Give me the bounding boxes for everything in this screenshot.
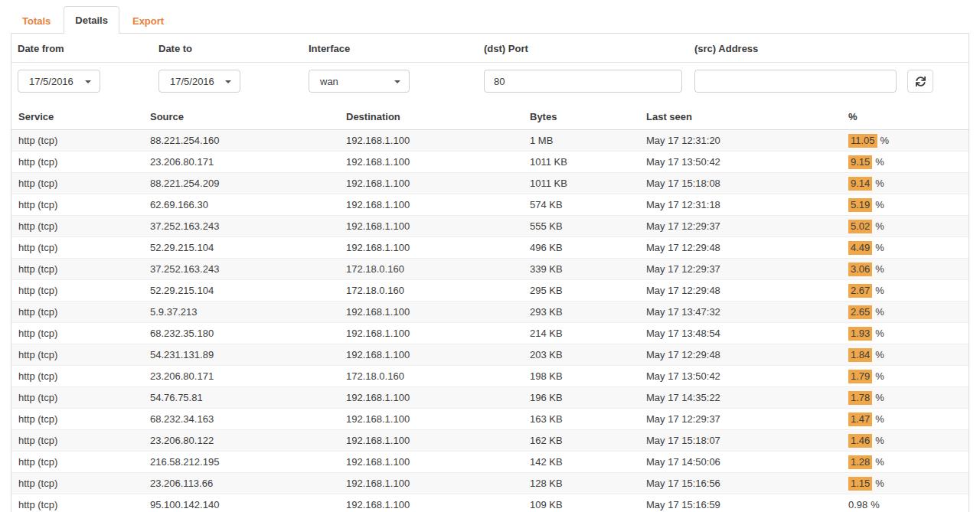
percent-value: 5.19 — [848, 198, 872, 212]
cell-last-seen: May 17 15:16:56 — [639, 478, 841, 489]
cell-percent: 9.15% — [841, 157, 969, 168]
cell-bytes: 198 KB — [523, 371, 639, 382]
src-address-input[interactable] — [694, 70, 897, 93]
cell-source: 23.206.80.171 — [143, 371, 339, 382]
dst-port-input[interactable] — [484, 70, 682, 93]
tab-export[interactable]: Export — [121, 7, 175, 34]
cell-percent: 1.47% — [841, 414, 969, 425]
cell-source: 54.231.131.89 — [143, 350, 339, 360]
table-row: http (tcp) 37.252.163.243 172.18.0.160 3… — [11, 259, 969, 280]
cell-service: http (tcp) — [11, 500, 143, 510]
cell-last-seen: May 17 13:48:54 — [639, 328, 841, 339]
cell-destination: 192.168.1.100 — [339, 350, 523, 360]
cell-service: http (tcp) — [11, 478, 143, 489]
table-row: http (tcp) 23.206.80.171 172.18.0.160 19… — [11, 366, 969, 387]
cell-last-seen: May 17 15:18:08 — [639, 178, 841, 189]
cell-last-seen: May 17 12:29:37 — [639, 221, 841, 232]
cell-last-seen: May 17 12:29:48 — [639, 285, 841, 296]
cell-service: http (tcp) — [11, 264, 143, 275]
cell-source: 95.100.142.140 — [143, 500, 339, 510]
filter-labels-row: Date from Date to Interface (dst) Port (… — [11, 34, 969, 63]
cell-bytes: 1011 KB — [523, 157, 639, 168]
table-row: http (tcp) 88.221.254.209 192.168.1.100 … — [11, 173, 969, 194]
cell-source: 37.252.163.243 — [143, 221, 339, 232]
cell-source: 68.232.34.163 — [143, 414, 339, 425]
cell-percent: 3.06% — [841, 264, 969, 275]
cell-bytes: 496 KB — [523, 243, 639, 253]
cell-bytes: 339 KB — [523, 264, 639, 275]
src-address-label: (src) Address — [688, 34, 969, 62]
cell-bytes: 1011 KB — [523, 178, 639, 189]
table-row: http (tcp) 88.221.254.160 192.168.1.100 … — [11, 130, 969, 152]
cell-source: 62.69.166.30 — [143, 200, 339, 210]
percent-value: 11.05 — [848, 134, 877, 148]
caret-down-icon — [85, 80, 91, 83]
cell-bytes: 1 MB — [523, 135, 639, 146]
cell-source: 88.221.254.160 — [143, 135, 339, 146]
interface-select[interactable]: wan — [309, 70, 410, 93]
cell-bytes: 293 KB — [523, 307, 639, 318]
col-service: Service — [11, 111, 143, 122]
cell-last-seen: May 17 12:31:20 — [639, 135, 841, 146]
cell-destination: 192.168.1.100 — [339, 500, 523, 510]
cell-bytes: 128 KB — [523, 478, 639, 489]
table-row: http (tcp) 54.76.75.81 192.168.1.100 196… — [11, 387, 969, 409]
table-row: http (tcp) 62.69.166.30 192.168.1.100 57… — [11, 194, 969, 216]
cell-service: http (tcp) — [11, 178, 143, 189]
percent-value: 1.15 — [848, 477, 872, 491]
percent-sign: % — [875, 435, 884, 446]
percent-value: 1.93 — [848, 327, 872, 341]
percent-value: 2.67 — [848, 284, 872, 298]
date-from-select[interactable]: 17/5/2016 — [18, 70, 100, 93]
percent-sign: % — [875, 263, 884, 275]
percent-value: 1.46 — [848, 434, 872, 448]
cell-service: http (tcp) — [11, 285, 143, 296]
cell-percent: 1.93% — [841, 328, 969, 339]
cell-percent: 2.67% — [841, 285, 969, 296]
cell-bytes: 196 KB — [523, 393, 639, 403]
cell-service: http (tcp) — [11, 221, 143, 232]
tab-details[interactable]: Details — [64, 6, 119, 34]
cell-last-seen: May 17 12:29:37 — [639, 264, 841, 275]
cell-bytes: 555 KB — [523, 221, 639, 232]
date-to-label: Date to — [152, 34, 302, 62]
date-to-select[interactable]: 17/5/2016 — [158, 70, 240, 93]
refresh-icon — [916, 77, 926, 86]
cell-source: 52.29.215.104 — [143, 243, 339, 253]
cell-source: 68.232.35.180 — [143, 328, 339, 339]
percent-value: 1.78 — [848, 391, 872, 405]
cell-percent: 1.15% — [841, 478, 969, 489]
cell-destination: 192.168.1.100 — [339, 135, 523, 146]
cell-destination: 192.168.1.100 — [339, 307, 523, 318]
percent-sign: % — [875, 349, 884, 360]
percent-sign: % — [875, 156, 884, 168]
cell-last-seen: May 17 13:47:32 — [639, 307, 841, 318]
table-row: http (tcp) 23.206.80.122 192.168.1.100 1… — [11, 430, 969, 452]
tab-bar: Totals Details Export — [0, 0, 980, 33]
table-row: http (tcp) 68.232.34.163 192.168.1.100 1… — [11, 409, 969, 430]
percent-sign: % — [880, 135, 890, 146]
percent-value: 1.79 — [848, 370, 872, 383]
percent-sign: % — [875, 178, 884, 189]
interface-value: wan — [320, 76, 338, 87]
cell-percent: 5.02% — [841, 221, 969, 232]
cell-percent: 9.14% — [841, 178, 969, 189]
cell-last-seen: May 17 13:50:42 — [639, 157, 841, 168]
cell-last-seen: May 17 12:29:37 — [639, 414, 841, 425]
cell-service: http (tcp) — [11, 371, 143, 382]
cell-destination: 192.168.1.100 — [339, 393, 523, 403]
table-row: http (tcp) 54.231.131.89 192.168.1.100 2… — [11, 344, 969, 366]
percent-value: 1.84 — [848, 348, 872, 362]
cell-bytes: 295 KB — [523, 285, 639, 296]
percent-sign: % — [875, 478, 884, 489]
cell-source: 216.58.212.195 — [143, 457, 339, 468]
percent-sign: % — [875, 456, 884, 468]
cell-source: 5.9.37.213 — [143, 307, 339, 318]
date-from-value: 17/5/2016 — [29, 76, 74, 87]
cell-service: http (tcp) — [11, 157, 143, 168]
cell-service: http (tcp) — [11, 457, 143, 468]
tab-totals[interactable]: Totals — [11, 7, 62, 34]
cell-percent: 11.05% — [841, 135, 969, 146]
refresh-button[interactable] — [907, 70, 933, 93]
table-row: http (tcp) 52.29.215.104 192.168.1.100 4… — [11, 237, 969, 259]
